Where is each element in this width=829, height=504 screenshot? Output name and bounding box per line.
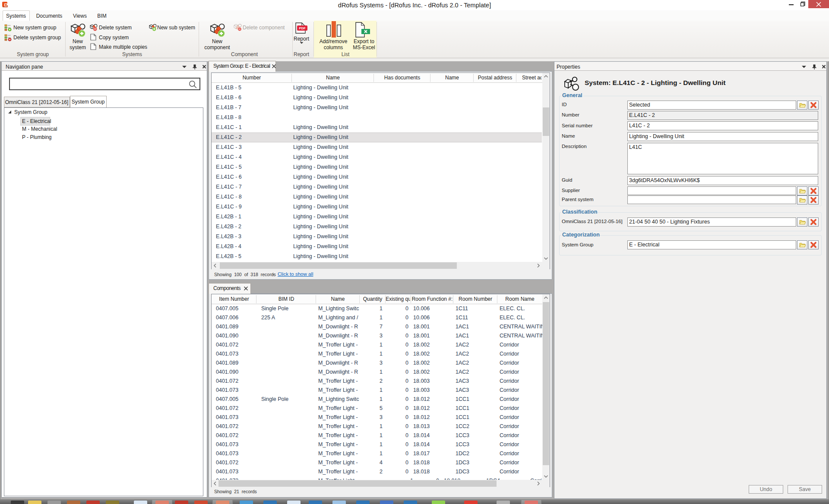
svg-text:PDF: PDF — [299, 26, 306, 30]
